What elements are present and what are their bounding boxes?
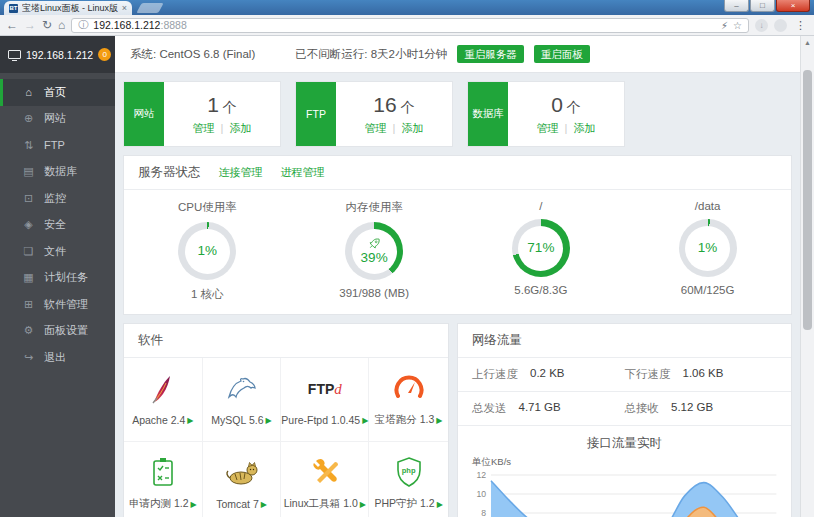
svg-text:12: 12 <box>477 471 487 480</box>
address-bar[interactable]: ⓘ 192.168.1.212:8888 ⚡ ☆ <box>71 18 749 33</box>
sidebar-menu: ⌂ 首页 ⊕ 网站 ⇅ FTP ▤ 数据库 ⊡ 监控 <box>0 73 115 371</box>
add-link[interactable]: 添加 <box>573 121 595 136</box>
gauge-title: 内存使用率 <box>345 200 403 215</box>
logout-icon: ↪ <box>22 351 35 364</box>
browser-scrollbar[interactable]: ▲ <box>800 36 814 517</box>
gauge-sub: 1 核心 <box>191 287 224 302</box>
card-count: 1个 <box>207 93 237 117</box>
extension-icon[interactable] <box>774 19 787 32</box>
sidebar-item-label: 数据库 <box>44 164 77 179</box>
data-disk-donut-chart[interactable]: 1% <box>679 219 737 277</box>
memory-donut-chart[interactable]: 39% <box>345 222 403 280</box>
manage-link[interactable]: 管理 <box>193 121 215 136</box>
software-item-php-guard[interactable]: php PHP守护 1.2▶ <box>369 442 448 517</box>
total-recv-label: 总接收 <box>625 401 660 416</box>
window-maximize-button[interactable]: □ <box>750 0 775 12</box>
connections-link[interactable]: 连接管理 <box>219 165 263 180</box>
sidebar-server-header[interactable]: 192.168.1.212 0 <box>0 36 115 73</box>
sidebar-item-home[interactable]: ⌂ 首页 <box>0 79 115 106</box>
sidebar-item-label: 监控 <box>44 191 66 206</box>
run-indicator-icon: ▶ <box>261 500 267 509</box>
software-title: 软件 <box>138 332 163 349</box>
mysql-dolphin-icon <box>227 373 257 405</box>
down-speed-label: 下行速度 <box>625 367 671 382</box>
svg-text:8: 8 <box>481 508 486 517</box>
stat-card-ftp: FTP 16个 管理|添加 <box>295 81 453 147</box>
sidebar-item-cron[interactable]: ▦ 计划任务 <box>0 265 115 292</box>
tab-close-icon[interactable]: × <box>122 4 127 13</box>
message-count-badge[interactable]: 0 <box>98 48 111 61</box>
cpu-donut-chart[interactable]: 1% <box>178 222 236 280</box>
reload-icon[interactable]: ↻ <box>42 19 52 31</box>
back-icon[interactable]: ← <box>6 19 18 31</box>
plugin-icon[interactable]: ⚡ <box>721 20 728 31</box>
page-info-icon[interactable]: ⓘ <box>78 18 88 32</box>
software-item-beta[interactable]: 申请内测 1.2▶ <box>124 442 203 517</box>
manage-link[interactable]: 管理 <box>537 121 559 136</box>
network-panel: 网络流量 上行速度0.2 KB 下行速度1.06 KB 总发送4.71 GB 总… <box>457 323 792 517</box>
run-indicator-icon: ▶ <box>360 500 366 509</box>
down-speed-value: 1.06 KB <box>683 367 724 382</box>
add-link[interactable]: 添加 <box>229 121 251 136</box>
system-info-bar: 系统: CentOS 6.8 (Final) 已不间断运行: 8天2小时1分钟 … <box>115 36 800 73</box>
restart-server-button[interactable]: 重启服务器 <box>457 45 524 64</box>
gauge-data-disk: /data 1% 60M/125G <box>624 200 791 302</box>
software-item-apache[interactable]: Apache 2.4▶ <box>124 358 203 442</box>
card-tag: FTP <box>296 82 336 146</box>
forward-icon[interactable]: → <box>24 19 36 31</box>
manage-link[interactable]: 管理 <box>365 121 387 136</box>
home-icon[interactable]: ⌂ <box>58 19 65 31</box>
software-item-toolbox[interactable]: Linux工具箱 1.0▶ <box>281 442 369 517</box>
root-disk-donut-chart[interactable]: 71% <box>512 219 570 277</box>
browser-tab[interactable]: BT 宝塔Linux面板 - Linux版 × <box>4 1 132 15</box>
sidebar-item-security[interactable]: ◈ 安全 <box>0 212 115 239</box>
clipboard-icon <box>151 456 175 488</box>
monitor-icon <box>8 50 21 59</box>
gauge-memory: 内存使用率 39% 391/988 (MB) <box>291 200 458 302</box>
bookmark-star-icon[interactable]: ☆ <box>733 20 742 31</box>
link-separator: | <box>221 122 224 134</box>
up-speed-label: 上行速度 <box>472 367 518 382</box>
card-tag: 网站 <box>124 82 164 146</box>
add-link[interactable]: 添加 <box>401 121 423 136</box>
url-port: :8888 <box>160 19 186 31</box>
gear-icon: ⚙ <box>22 324 35 337</box>
gauge-cpu: CPU使用率 1% 1 核心 <box>124 200 291 302</box>
globe-icon: ⊕ <box>22 112 35 125</box>
window-minimize-button[interactable]: – <box>724 0 749 12</box>
sidebar-item-websites[interactable]: ⊕ 网站 <box>0 106 115 133</box>
scrollbar-thumb[interactable] <box>803 70 812 330</box>
sidebar-item-label: 软件管理 <box>44 297 88 312</box>
scrollbar-up-icon[interactable]: ▲ <box>801 36 814 50</box>
url-text: 192.168.1.212:8888 <box>93 19 716 31</box>
svg-text:10: 10 <box>477 489 487 499</box>
server-status-panel: 服务器状态 连接管理 进程管理 CPU使用率 1% 1 核心 内存使用率 <box>123 155 792 315</box>
software-item-mysql[interactable]: MySQL 5.6▶ <box>203 358 282 442</box>
sidebar-item-ftp[interactable]: ⇅ FTP <box>0 132 115 159</box>
totals-row: 总发送4.71 GB 总接收5.12 GB <box>458 392 791 426</box>
software-item-benchmark[interactable]: 宝塔跑分 1.3▶ <box>369 358 448 442</box>
software-item-tomcat[interactable]: Tomcat 7▶ <box>203 442 282 517</box>
sidebar-item-label: 计划任务 <box>44 270 88 285</box>
chart-unit-label: 单位KB/s <box>458 454 791 469</box>
gauge-sub: 60M/125G <box>681 284 735 296</box>
sidebar-item-monitor[interactable]: ⊡ 监控 <box>0 185 115 212</box>
browser-menu-icon[interactable]: ⋮ <box>793 19 808 32</box>
main-content: 系统: CentOS 6.8 (Final) 已不间断运行: 8天2小时1分钟 … <box>115 36 800 517</box>
sidebar-item-appstore[interactable]: ⊞ 软件管理 <box>0 291 115 318</box>
database-icon: ▤ <box>22 165 35 178</box>
window-close-button[interactable]: × <box>776 0 810 12</box>
restart-panel-button[interactable]: 重启面板 <box>534 45 590 64</box>
sidebar-item-database[interactable]: ▤ 数据库 <box>0 159 115 186</box>
speedometer-icon <box>394 372 424 404</box>
sidebar-item-logout[interactable]: ↪ 退出 <box>0 344 115 371</box>
shield-icon: ◈ <box>22 218 35 231</box>
software-item-pureftpd[interactable]: FTPd Pure-Ftpd 1.0.45▶ <box>281 358 369 442</box>
new-tab-button[interactable] <box>136 3 163 13</box>
total-recv-value: 5.12 GB <box>671 401 713 416</box>
sidebar-item-settings[interactable]: ⚙ 面板设置 <box>0 318 115 345</box>
download-extension-icon[interactable]: ↓ <box>755 19 768 32</box>
traffic-chart: 121086420 <box>458 469 791 517</box>
processes-link[interactable]: 进程管理 <box>281 165 325 180</box>
sidebar-item-files[interactable]: ❏ 文件 <box>0 238 115 265</box>
